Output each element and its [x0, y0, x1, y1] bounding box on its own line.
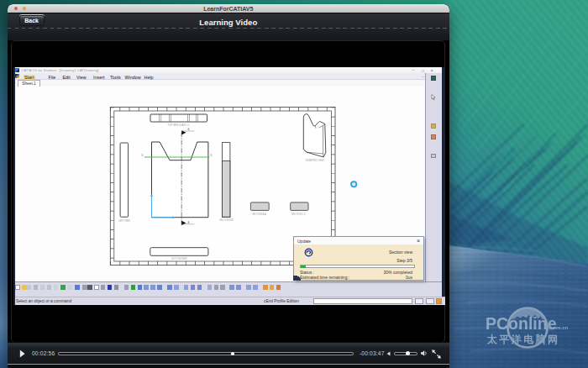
svg-text:TOP VIEW SCALE 1:1: TOP VIEW SCALE 1:1 — [167, 124, 190, 127]
svg-text:LEFT VIEW: LEFT VIEW — [118, 219, 130, 223]
svg-text:B: B — [210, 154, 212, 157]
svg-text:.com.cn: .com.cn — [549, 324, 569, 330]
svg-text:PConline: PConline — [486, 314, 557, 333]
svg-text:SECTION B-B: SECTION B-B — [219, 218, 234, 222]
svg-text:B: B — [141, 154, 143, 157]
svg-text:ISOMETRIC VIEW: ISOMETRIC VIEW — [305, 159, 323, 162]
svg-text:SECTION C-C: SECTION C-C — [291, 213, 306, 216]
svg-text:BOTTOM VIEW: BOTTOM VIEW — [171, 257, 187, 260]
svg-text:SECTION A-A: SECTION A-A — [252, 213, 266, 216]
svg-text:A: A — [187, 221, 189, 224]
svg-text:太平洋电脑网: 太平洋电脑网 — [486, 334, 559, 345]
svg-text:A: A — [187, 128, 189, 131]
